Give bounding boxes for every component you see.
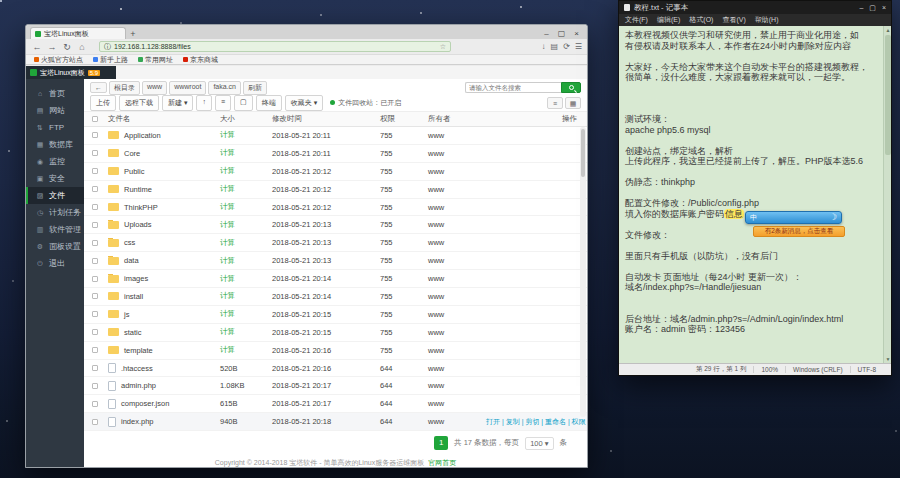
file-size[interactable]: 计算 (220, 309, 272, 319)
navbar-extra-icon[interactable]: ↓ (542, 42, 546, 51)
table-scrollbar[interactable] (580, 127, 586, 417)
file-name[interactable]: data (124, 256, 139, 265)
sidebar-item[interactable]: ▤ 网站 (26, 102, 84, 119)
row-checkbox[interactable] (92, 311, 98, 317)
bookmark-item[interactable]: 火狐官方站点 (34, 55, 83, 65)
scrollbar-thumb[interactable] (885, 35, 891, 155)
view-toggle-button[interactable]: ≡ (547, 97, 563, 109)
sidebar-item[interactable]: ▥ 软件管理 (26, 221, 84, 238)
table-row[interactable]: Uploads 计算 2018-05-21 20:13 755 www (84, 216, 587, 234)
notepad-scrollbar[interactable]: ▲ ▼ (883, 26, 891, 363)
reload-icon[interactable]: ↻ (61, 42, 73, 52)
bookmark-item[interactable]: 常用网址 (138, 55, 173, 65)
row-checkbox[interactable] (92, 258, 98, 264)
row-checkbox[interactable] (92, 329, 98, 335)
bookmark-star-icon[interactable]: ☆ (440, 43, 446, 51)
row-checkbox[interactable] (92, 401, 98, 407)
file-size[interactable]: 计算 (220, 220, 272, 230)
row-checkbox[interactable] (92, 240, 98, 246)
path-crumb-button[interactable]: 根目录 (109, 81, 140, 95)
file-name[interactable]: .htaccess (121, 364, 153, 373)
file-name[interactable]: Core (124, 149, 140, 158)
ime-mode-label[interactable]: 中 (750, 213, 757, 223)
sidebar-item[interactable]: ▣ 安全 (26, 170, 84, 187)
row-checkbox[interactable] (92, 150, 98, 156)
file-name[interactable]: images (124, 274, 148, 283)
path-crumb-button[interactable]: www (142, 81, 167, 95)
notepad-menu-item[interactable]: 帮助(H) (755, 15, 779, 25)
row-checkbox[interactable] (92, 204, 98, 210)
file-name[interactable]: ThinkPHP (124, 203, 158, 212)
row-action-links[interactable]: 打开 | 复制 | 剪切 | 重命名 | 权限 | 压缩 | 删除 (486, 417, 587, 427)
sidebar-item[interactable]: ⇅ FTP (26, 119, 84, 136)
file-size[interactable]: 计算 (220, 130, 272, 140)
ime-status-bar[interactable]: 中 ☽ (745, 211, 842, 224)
sidebar-item[interactable]: ◷ 计划任务 (26, 204, 84, 221)
sidebar-item[interactable]: ⌂ 首页 (26, 85, 84, 102)
file-name[interactable]: Public (124, 167, 144, 176)
url-bar[interactable]: ⓘ 192.168.1.128:8888/files ☆ (99, 41, 451, 52)
row-checkbox[interactable] (92, 293, 98, 299)
bookmark-item[interactable]: 新手上路 (93, 55, 128, 65)
file-size[interactable]: 计算 (220, 184, 272, 194)
row-checkbox[interactable] (92, 419, 98, 425)
file-name[interactable]: static (124, 328, 142, 337)
file-size[interactable]: 940B (220, 417, 272, 426)
navbar-extra-icon[interactable]: ☰ (575, 42, 582, 51)
table-row[interactable]: Public 计算 2018-05-21 20:12 755 www (84, 163, 587, 181)
file-size[interactable]: 计算 (220, 345, 272, 355)
file-size[interactable]: 计算 (220, 166, 272, 176)
browser-maximize-button[interactable]: ▢ (555, 28, 568, 39)
table-row[interactable]: admin.php 1.08KB 2018-05-21 20:17 644 ww… (84, 377, 587, 395)
file-size[interactable]: 计算 (220, 291, 272, 301)
forward-icon[interactable]: → (46, 42, 58, 52)
file-size[interactable]: 615B (220, 399, 272, 408)
table-row[interactable]: index.php 940B 2018-05-21 20:18 644 www … (84, 413, 587, 431)
toolbar-button[interactable]: 远程下载 (119, 95, 159, 111)
row-checkbox[interactable] (92, 222, 98, 228)
site-info-icon[interactable]: ⓘ (104, 42, 111, 52)
toolbar-button[interactable]: ↑ (196, 95, 212, 111)
sidebar-item[interactable]: ⚙ 面板设置 (26, 238, 84, 255)
table-row[interactable]: .htaccess 520B 2018-05-21 20:16 644 www (84, 360, 587, 378)
row-checkbox[interactable] (92, 365, 98, 371)
table-row[interactable]: template 计算 2018-05-21 20:16 755 www (84, 342, 587, 360)
row-checkbox[interactable] (92, 132, 98, 138)
view-toggle-button[interactable]: ▦ (565, 97, 581, 109)
path-back-button[interactable]: ← (90, 82, 107, 93)
table-row[interactable]: css 计算 2018-05-21 20:13 755 www (84, 234, 587, 252)
notepad-menu-item[interactable]: 查看(V) (722, 15, 745, 25)
table-row[interactable]: Core 计算 2018-05-21 20:11 755 www (84, 145, 587, 163)
ime-notification[interactable]: 有2条新消息，点击查看 (753, 226, 845, 237)
file-size[interactable]: 计算 (220, 274, 272, 284)
file-name[interactable]: admin.php (121, 381, 156, 390)
notepad-maximize-button[interactable]: ▢ (869, 4, 876, 12)
navbar-extra-icon[interactable]: ⟳ (563, 42, 570, 51)
toolbar-button[interactable]: 上传 (90, 95, 116, 111)
search-button[interactable] (561, 82, 581, 93)
notepad-menu-item[interactable]: 编辑(E) (657, 15, 680, 25)
table-row[interactable]: ThinkPHP 计算 2018-05-21 20:12 755 www (84, 199, 587, 217)
table-row[interactable]: images 计算 2018-05-21 20:14 755 www (84, 270, 587, 288)
notepad-minimize-button[interactable]: – (859, 4, 863, 12)
file-name[interactable]: template (124, 346, 153, 355)
browser-minimize-button[interactable]: – (540, 28, 553, 39)
table-row[interactable]: install 计算 2018-05-21 20:14 755 www (84, 288, 587, 306)
table-row[interactable]: composer.json 615B 2018-05-21 20:17 644 … (84, 395, 587, 413)
file-name[interactable]: Uploads (124, 220, 152, 229)
file-size[interactable]: 计算 (220, 256, 272, 266)
file-name[interactable]: Runtime (124, 185, 152, 194)
table-row[interactable]: Application 计算 2018-05-21 20:11 755 www (84, 127, 587, 145)
table-row[interactable]: Runtime 计算 2018-05-21 20:12 755 www (84, 181, 587, 199)
path-crumb-button[interactable]: faka.cn (208, 81, 241, 95)
row-checkbox[interactable] (92, 383, 98, 389)
table-row[interactable]: js 计算 2018-05-21 20:15 755 www (84, 306, 587, 324)
navbar-extra-icon[interactable]: ▤ (551, 42, 559, 51)
notepad-menu-item[interactable]: 格式(O) (689, 15, 713, 25)
row-checkbox[interactable] (92, 276, 98, 282)
toolbar-button[interactable]: 新建 ▾ (162, 95, 193, 111)
path-crumb-button[interactable]: wwwroot (169, 81, 206, 95)
footer-site-link[interactable]: 官网首页 (428, 459, 456, 466)
notepad-close-button[interactable]: × (882, 4, 886, 12)
notepad-menu-item[interactable]: 文件(F) (625, 15, 648, 25)
